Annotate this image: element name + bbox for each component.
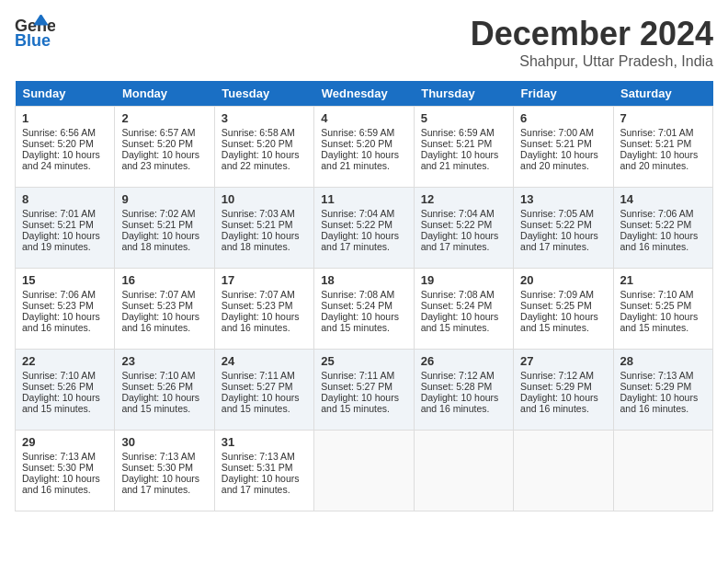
table-row: 25Sunrise: 7:11 AMSunset: 5:27 PMDayligh… <box>314 350 414 431</box>
cell-text: Sunset: 5:21 PM <box>121 219 207 230</box>
logo-icon: General Blue <box>15 15 55 52</box>
cell-text: Sunset: 5:21 PM <box>421 138 506 149</box>
cell-text: and 15 minutes. <box>321 403 406 414</box>
cell-text: Sunset: 5:29 PM <box>620 381 706 392</box>
cell-text: Sunrise: 6:57 AM <box>121 127 207 138</box>
cell-text: Sunset: 5:21 PM <box>22 219 108 230</box>
cell-text: and 16 minutes. <box>620 241 706 252</box>
col-friday: Friday <box>514 81 613 107</box>
cell-text: Sunrise: 6:56 AM <box>22 127 108 138</box>
cell-text: Sunset: 5:27 PM <box>222 381 307 392</box>
col-thursday: Thursday <box>414 81 513 107</box>
table-row: 7Sunrise: 7:01 AMSunset: 5:21 PMDaylight… <box>613 107 712 188</box>
cell-text: and 17 minutes. <box>421 241 506 252</box>
day-number: 22 <box>22 354 108 368</box>
cell-text: Sunrise: 7:09 AM <box>520 289 606 300</box>
cell-text: Sunset: 5:20 PM <box>321 138 406 149</box>
cell-text: Sunrise: 7:13 AM <box>222 451 307 462</box>
cell-text: and 24 minutes. <box>22 160 108 171</box>
cell-text: Sunset: 5:21 PM <box>620 138 706 149</box>
cell-text: Sunrise: 7:10 AM <box>620 289 706 300</box>
calendar-week-row: 29Sunrise: 7:13 AMSunset: 5:30 PMDayligh… <box>16 431 713 511</box>
cell-text: Sunrise: 7:11 AM <box>222 370 307 381</box>
day-number: 17 <box>222 273 307 287</box>
table-row: 10Sunrise: 7:03 AMSunset: 5:21 PMDayligh… <box>214 188 313 269</box>
cell-text: Sunrise: 7:10 AM <box>121 370 207 381</box>
table-row: 13Sunrise: 7:05 AMSunset: 5:22 PMDayligh… <box>514 188 613 269</box>
calendar-header-row: Sunday Monday Tuesday Wednesday Thursday… <box>16 81 713 107</box>
cell-text: and 16 minutes. <box>121 322 207 333</box>
cell-text: Sunrise: 6:59 AM <box>421 127 506 138</box>
table-row: 1Sunrise: 6:56 AMSunset: 5:20 PMDaylight… <box>16 107 115 188</box>
cell-text: Daylight: 10 hours <box>620 311 706 322</box>
day-number: 1 <box>22 111 108 125</box>
table-row: 8Sunrise: 7:01 AMSunset: 5:21 PMDaylight… <box>16 188 115 269</box>
cell-text: and 16 minutes. <box>620 403 706 414</box>
table-row: 6Sunrise: 7:00 AMSunset: 5:21 PMDaylight… <box>514 107 613 188</box>
day-number: 2 <box>121 111 207 125</box>
cell-text: Daylight: 10 hours <box>321 311 406 322</box>
cell-text: Daylight: 10 hours <box>121 473 207 484</box>
cell-text: Sunset: 5:29 PM <box>520 381 606 392</box>
day-number: 31 <box>222 435 307 449</box>
day-number: 19 <box>421 273 506 287</box>
day-number: 21 <box>620 273 706 287</box>
cell-text: Sunset: 5:25 PM <box>620 300 706 311</box>
cell-text: Sunrise: 7:03 AM <box>222 208 307 219</box>
cell-text: Daylight: 10 hours <box>121 392 207 403</box>
cell-text: and 17 minutes. <box>520 241 606 252</box>
cell-text: Sunset: 5:24 PM <box>421 300 506 311</box>
cell-text: Sunrise: 7:04 AM <box>421 208 506 219</box>
day-number: 13 <box>520 192 606 206</box>
cell-text: Daylight: 10 hours <box>321 149 406 160</box>
cell-text: Daylight: 10 hours <box>620 149 706 160</box>
col-sunday: Sunday <box>16 81 115 107</box>
day-number: 10 <box>222 192 307 206</box>
cell-text: and 17 minutes. <box>222 484 307 495</box>
table-row: 30Sunrise: 7:13 AMSunset: 5:30 PMDayligh… <box>115 431 214 511</box>
day-number: 4 <box>321 111 406 125</box>
calendar-week-row: 1Sunrise: 6:56 AMSunset: 5:20 PMDaylight… <box>16 107 713 188</box>
day-number: 8 <box>22 192 108 206</box>
cell-text: Sunrise: 7:07 AM <box>121 289 207 300</box>
cell-text: Daylight: 10 hours <box>121 149 207 160</box>
cell-text: Sunrise: 7:05 AM <box>520 208 606 219</box>
cell-text: Sunrise: 7:11 AM <box>321 370 406 381</box>
table-row <box>314 431 414 511</box>
table-row: 15Sunrise: 7:06 AMSunset: 5:23 PMDayligh… <box>16 269 115 350</box>
cell-text: Sunrise: 7:07 AM <box>222 289 307 300</box>
day-number: 29 <box>22 435 108 449</box>
table-row: 19Sunrise: 7:08 AMSunset: 5:24 PMDayligh… <box>414 269 513 350</box>
cell-text: and 20 minutes. <box>520 160 606 171</box>
table-row: 9Sunrise: 7:02 AMSunset: 5:21 PMDaylight… <box>115 188 214 269</box>
cell-text: and 15 minutes. <box>121 403 207 414</box>
cell-text: Daylight: 10 hours <box>520 392 606 403</box>
table-row: 16Sunrise: 7:07 AMSunset: 5:23 PMDayligh… <box>115 269 214 350</box>
day-number: 12 <box>421 192 506 206</box>
table-row: 27Sunrise: 7:12 AMSunset: 5:29 PMDayligh… <box>514 350 613 431</box>
table-row <box>414 431 513 511</box>
col-saturday: Saturday <box>613 81 712 107</box>
calendar-week-row: 22Sunrise: 7:10 AMSunset: 5:26 PMDayligh… <box>16 350 713 431</box>
cell-text: Sunrise: 7:01 AM <box>620 127 706 138</box>
cell-text: Daylight: 10 hours <box>321 230 406 241</box>
cell-text: Sunset: 5:23 PM <box>222 300 307 311</box>
day-number: 26 <box>421 354 506 368</box>
cell-text: Sunrise: 7:12 AM <box>421 370 506 381</box>
logo: General Blue <box>15 15 55 52</box>
cell-text: Sunset: 5:31 PM <box>222 462 307 473</box>
cell-text: Daylight: 10 hours <box>421 230 506 241</box>
cell-text: Sunset: 5:22 PM <box>620 219 706 230</box>
cell-text: Sunrise: 7:13 AM <box>620 370 706 381</box>
cell-text: and 15 minutes. <box>321 322 406 333</box>
cell-text: Daylight: 10 hours <box>222 311 307 322</box>
cell-text: Sunset: 5:22 PM <box>321 219 406 230</box>
day-number: 18 <box>321 273 406 287</box>
cell-text: Sunset: 5:26 PM <box>22 381 108 392</box>
day-number: 3 <box>222 111 307 125</box>
cell-text: Daylight: 10 hours <box>321 392 406 403</box>
cell-text: and 18 minutes. <box>222 241 307 252</box>
cell-text: Daylight: 10 hours <box>22 473 108 484</box>
cell-text: Sunset: 5:22 PM <box>421 219 506 230</box>
col-tuesday: Tuesday <box>214 81 313 107</box>
